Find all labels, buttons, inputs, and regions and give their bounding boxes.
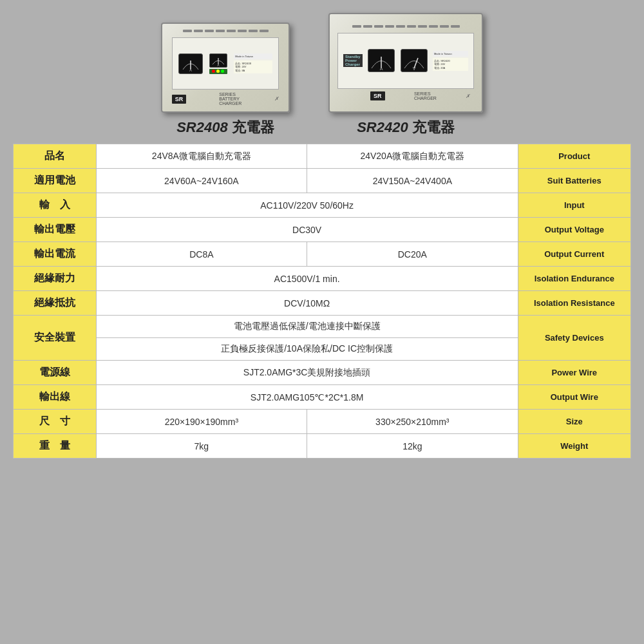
sr2408-title: SR2408 充電器 xyxy=(176,118,274,137)
table-row: 尺 寸 220×190×190mm³ 330×250×210mm³ Size xyxy=(14,410,631,434)
table-row: 輸出線 SJT2.0AMG105℃*2C*1.8M Output Wire xyxy=(14,385,631,410)
row-en-10: Size xyxy=(518,410,630,434)
row-combined-2: AC110V/220V 50/60Hz xyxy=(96,193,518,218)
small-meter: A xyxy=(209,53,227,68)
row-en-0: Product xyxy=(518,144,630,169)
row-en-1: Suit Batteries xyxy=(518,169,630,193)
svg-text:V: V xyxy=(412,66,415,71)
svg-text:A: A xyxy=(380,66,383,71)
table-row: 輸出電壓 DC30V Output Voltage xyxy=(14,218,631,242)
table-row: 電源線 SJT2.0AMG*3C美規附接地插頭 Power Wire xyxy=(14,361,631,385)
ammeter: A xyxy=(178,53,203,74)
row-sr2408-4: DC8A xyxy=(96,242,307,267)
row-label-3: 輸出電壓 xyxy=(14,218,97,242)
spec-table: 品名 24V8A微電腦自動充電器 24V20A微電腦自動充電器 Product … xyxy=(13,144,631,459)
row-combined-9: SJT2.0AMG105℃*2C*1.8M xyxy=(96,385,518,410)
row-label-0: 品名 xyxy=(14,144,97,169)
sr-logo: SR xyxy=(172,95,187,104)
display-panel: A A xyxy=(172,37,279,90)
product-sr2408: A A xyxy=(161,23,290,137)
table-row: 安全裝置 電池電壓過低保護/電池連接中斷保護 Safety Devices xyxy=(14,316,631,338)
row-sr2420-4: DC20A xyxy=(307,242,518,267)
table-row: 品名 24V8A微電腦自動充電器 24V20A微電腦自動充電器 Product xyxy=(14,144,631,169)
table-row: 重 量 7kg 12kg Weight xyxy=(14,434,631,459)
sr2420-image: StandbyPowerCharger A V xyxy=(328,13,483,113)
row-en-2: Input xyxy=(518,193,630,218)
row-label-11: 重 量 xyxy=(14,434,97,459)
row-en-8: Power Wire xyxy=(518,361,630,385)
row-sr2408-11: 7kg xyxy=(96,434,307,459)
sr-logo-2: SR xyxy=(370,91,385,100)
table-row: 輸出電流 DC8A DC20A Output Current xyxy=(14,242,631,267)
sr2420-title: SR2420 充電器 xyxy=(357,118,455,137)
vent-lines xyxy=(162,30,289,35)
row-sr2408-10: 220×190×190mm³ xyxy=(96,410,307,434)
row-label-1: 適用電池 xyxy=(14,169,97,193)
row-en-11: Weight xyxy=(518,434,630,459)
vent-lines-2 xyxy=(330,25,482,30)
row-en-6: Isolation Resistance xyxy=(518,291,630,316)
row-combined-7: 電池電壓過低保護/電池連接中斷保護 xyxy=(96,316,518,338)
table-row: 適用電池 24V60A~24V160A 24V150A~24V400A Suit… xyxy=(14,169,631,193)
row-en-7: Safety Devices xyxy=(518,316,630,361)
display-panel-2: StandbyPowerCharger A V xyxy=(337,33,474,90)
row-label-2: 輸 入 xyxy=(14,193,97,218)
table-row: 輸 入 AC110V/220V 50/60Hz Input xyxy=(14,193,631,218)
svg-text:A: A xyxy=(189,68,192,72)
row-label-5: 絕緣耐力 xyxy=(14,267,97,291)
product-sr2420: StandbyPowerCharger A V xyxy=(328,13,483,137)
row-label-4: 輸出電流 xyxy=(14,242,97,267)
row-label-10: 尺 寸 xyxy=(14,410,97,434)
product-images-section: A A xyxy=(0,0,644,144)
charger-bottom: SR SERIESBATTERYCHARGER ✗ xyxy=(172,92,279,106)
row-sr2420-11: 12kg xyxy=(307,434,518,459)
row-label-7: 安全裝置 xyxy=(14,316,97,361)
row-combined-secondary-7: 正負極反接保護/10A保險私/DC IC控制保護 xyxy=(96,338,518,361)
row-en-4: Output Current xyxy=(518,242,630,267)
row-en-5: Isolation Endurance xyxy=(518,267,630,291)
row-sr2420-1: 24V150A~24V400A xyxy=(307,169,518,193)
row-sr2408-1: 24V60A~24V160A xyxy=(96,169,307,193)
row-sr2420-0: 24V20A微電腦自動充電器 xyxy=(307,144,518,169)
sr2408-image: A A xyxy=(161,23,290,113)
table-row: 絕緣抵抗 DCV/10MΩ Isolation Resistance xyxy=(14,291,631,316)
row-label-9: 輸出線 xyxy=(14,385,97,410)
row-label-8: 電源線 xyxy=(14,361,97,385)
charger-bottom-2: SR SERIESCHARGER ✗ xyxy=(341,91,471,100)
row-en-9: Output Wire xyxy=(518,385,630,410)
row-combined-5: AC1500V/1 min. xyxy=(96,267,518,291)
row-label-6: 絕緣抵抗 xyxy=(14,291,97,316)
row-combined-3: DC30V xyxy=(96,218,518,242)
ammeter-2: A xyxy=(368,49,395,72)
row-combined-8: SJT2.0AMG*3C美規附接地插頭 xyxy=(96,361,518,385)
table-row: 絕緣耐力 AC1500V/1 min. Isolation Endurance xyxy=(14,267,631,291)
voltmeter: V xyxy=(401,49,428,72)
row-en-3: Output Voltage xyxy=(518,218,630,242)
row-sr2420-10: 330×250×210mm³ xyxy=(307,410,518,434)
row-combined-6: DCV/10MΩ xyxy=(96,291,518,316)
row-sr2408-0: 24V8A微電腦自動充電器 xyxy=(96,144,307,169)
